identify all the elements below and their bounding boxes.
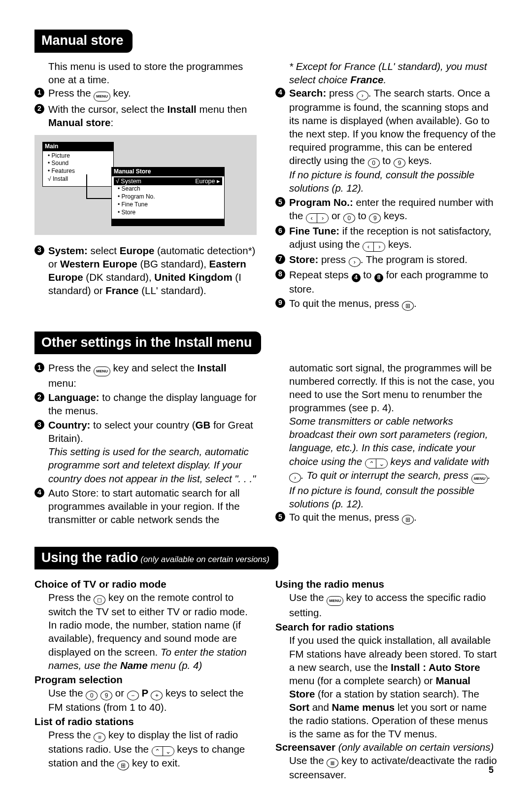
sub-program: Program selection bbox=[34, 673, 257, 686]
menu-diagram: Main • Picture • Sound • Features √ Inst… bbox=[34, 135, 257, 235]
step-4-icon: 4 bbox=[34, 488, 44, 498]
step-1-icon: 1 bbox=[34, 363, 44, 372]
left-right-key-icon: ‹› bbox=[306, 213, 329, 223]
nine-key-icon: 9 bbox=[369, 213, 381, 223]
step-8-icon: 8 bbox=[275, 269, 285, 279]
section-other-settings: Other settings in the Install menu 1 Pre… bbox=[34, 332, 498, 527]
zero-key-icon: 0 bbox=[86, 691, 98, 700]
france-note: * Except for France (LL' standard), you … bbox=[275, 60, 498, 86]
p-choice: Press the ◻ key on the remote control to… bbox=[34, 591, 257, 671]
section-using-radio: Using the radio (only available on certa… bbox=[34, 547, 498, 781]
sub-menus: Using the radio menus bbox=[275, 577, 498, 591]
menu-sub-title: Manual Store bbox=[112, 167, 224, 176]
col-right-2: automatic sort signal, the programmes wi… bbox=[275, 361, 498, 527]
step-2-icon: 2 bbox=[34, 392, 44, 402]
sub-list: List of radio stations bbox=[34, 715, 257, 728]
heading-manual-store: Manual store bbox=[34, 30, 133, 53]
col-right-3: Using the radio menus Use the MENU key t… bbox=[275, 576, 498, 781]
up-down-key-icon: ⌃⌄ bbox=[152, 746, 174, 756]
page-number: 5 bbox=[489, 765, 494, 776]
step-3-icon: 3 bbox=[34, 245, 44, 255]
intro-text: This menu is used to store the programme… bbox=[34, 60, 257, 86]
menu-system-row: √ SystemEurope ▸ bbox=[114, 177, 222, 186]
list-key-icon: ≡ bbox=[94, 732, 105, 742]
step-9-icon: 9 bbox=[275, 298, 285, 308]
minus-key-icon: − bbox=[127, 691, 139, 700]
sub-search: Search for radio stations bbox=[275, 620, 498, 633]
sub-choice: Choice of TV or radio mode bbox=[34, 577, 257, 591]
step-7-icon: 7 bbox=[275, 254, 285, 264]
zero-key-icon: 0 bbox=[343, 213, 355, 223]
nine-key-icon: 9 bbox=[100, 691, 112, 700]
nine-key-icon: 9 bbox=[394, 158, 405, 168]
menu-key-icon: MENU bbox=[94, 366, 110, 376]
col-right-1: * Except for France (LL' standard), you … bbox=[275, 60, 498, 312]
left-right-key-icon: ‹› bbox=[363, 242, 385, 252]
auto-store-note: Some transmitters or cable networks broa… bbox=[275, 414, 498, 510]
col-left-2: 1 Press the MENU key and select the Inst… bbox=[34, 361, 257, 527]
menu-key-icon: MENU bbox=[94, 92, 110, 101]
section-manual-store: Manual store This menu is used to store … bbox=[34, 30, 498, 312]
p-list: Press the ≡ key to display the list of r… bbox=[34, 728, 257, 771]
sub-screensaver: Screensaver (only available on certain v… bbox=[275, 740, 498, 754]
inline-4-icon: 4 bbox=[352, 273, 361, 282]
menu-key-icon: MENU bbox=[471, 474, 488, 484]
col-left-3: Choice of TV or radio mode Press the ◻ k… bbox=[34, 576, 257, 781]
up-down-key-icon: ⌃⌄ bbox=[365, 459, 388, 468]
auto-store-cont: automatic sort signal, the programmes wi… bbox=[275, 361, 498, 414]
exit-key-icon: ⊞ bbox=[402, 301, 414, 311]
p-menus: Use the MENU key to access the specific … bbox=[275, 591, 498, 619]
menu-main-title: Main bbox=[43, 142, 113, 151]
step-6-icon: 6 bbox=[275, 226, 285, 235]
exit-key-icon: ⊞ bbox=[117, 761, 129, 770]
inline-8-icon: 8 bbox=[374, 273, 383, 282]
heading-other-settings: Other settings in the Install menu bbox=[34, 332, 261, 355]
p-search: If you used the quick installation, all … bbox=[275, 633, 498, 740]
step-5-icon: 5 bbox=[275, 512, 285, 522]
exit-key-icon: ⊞ bbox=[402, 515, 414, 525]
step-3-icon: 3 bbox=[34, 420, 44, 430]
right-key-icon: › bbox=[289, 473, 301, 483]
lines-key-icon: ≣ bbox=[327, 758, 338, 768]
plus-key-icon: + bbox=[151, 691, 163, 700]
step-2-icon: 2 bbox=[34, 104, 44, 114]
tv-key-icon: ◻ bbox=[94, 595, 105, 605]
right-key-icon: › bbox=[349, 257, 361, 267]
zero-key-icon: 0 bbox=[368, 158, 380, 168]
step-4-icon: 4 bbox=[275, 88, 285, 98]
heading-using-radio: Using the radio (only available on certa… bbox=[34, 547, 278, 570]
p-program: Use the 0 9 or − P + keys to select the … bbox=[34, 686, 257, 714]
right-key-icon: › bbox=[357, 91, 368, 100]
menu-key-icon: MENU bbox=[327, 596, 343, 606]
step-5-icon: 5 bbox=[275, 197, 285, 207]
p-screensaver: Use the ≣ key to activate/deactivate the… bbox=[275, 754, 498, 781]
step-1-icon: 1 bbox=[34, 88, 44, 98]
col-left-1: This menu is used to store the programme… bbox=[34, 60, 257, 312]
menu-sub-box: Manual Store √ SystemEurope ▸ • Search •… bbox=[111, 167, 225, 226]
